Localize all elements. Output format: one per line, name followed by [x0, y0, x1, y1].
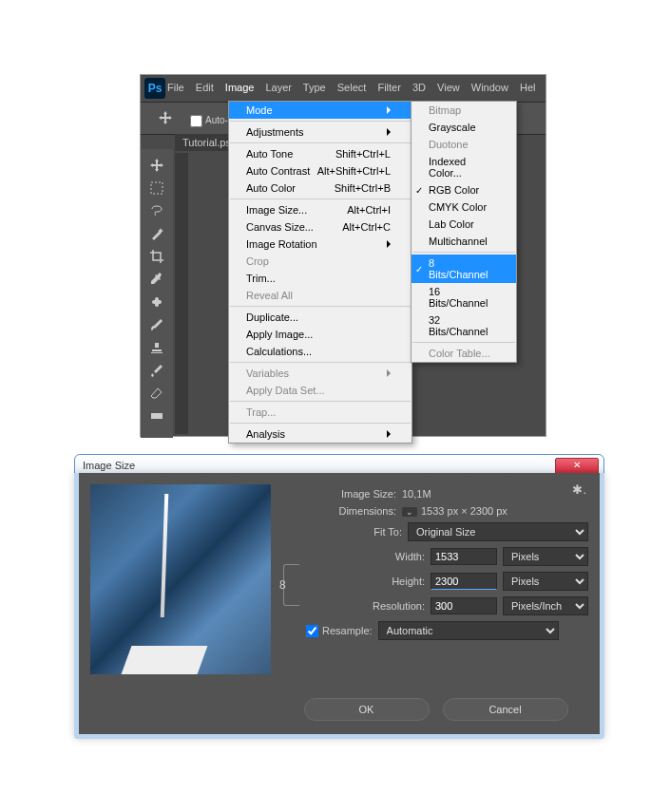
ruler	[175, 153, 188, 434]
grayscale-item[interactable]: Grayscale	[412, 119, 516, 136]
menu-select[interactable]: Select	[337, 82, 367, 93]
menu-filter[interactable]: Filter	[377, 82, 400, 93]
svg-rect-3	[151, 413, 163, 419]
mode-submenu: Bitmap Grayscale Duotone Indexed Color..…	[411, 101, 517, 363]
trap-item: Trap...	[229, 404, 412, 421]
indexed-item[interactable]: Indexed Color...	[412, 153, 516, 181]
form-area: Image Size:10,1M Dimensions:⌄1533 px × 2…	[283, 482, 588, 646]
reveal-all-item: Reveal All	[229, 287, 412, 304]
resample-select[interactable]: Automatic	[378, 621, 559, 640]
menu-3d[interactable]: 3D	[412, 82, 426, 93]
fit-to-select[interactable]: Original Size	[408, 522, 588, 541]
cmyk-item[interactable]: CMYK Color	[412, 198, 516, 216]
auto-select-checkbox[interactable]	[190, 115, 202, 127]
gradient-tool[interactable]	[144, 406, 169, 426]
height-label: Height:	[392, 576, 425, 587]
color-table-item: Color Table...	[412, 345, 516, 362]
link-icon[interactable]	[283, 564, 299, 606]
duotone-item: Duotone	[412, 136, 516, 153]
dimensions-label: Dimensions:	[338, 505, 396, 517]
menu-file[interactable]: File	[167, 82, 184, 93]
adjustments-item[interactable]: Adjustments	[229, 123, 412, 141]
bitmap-item: Bitmap	[412, 102, 516, 119]
menu-window[interactable]: Window	[471, 82, 508, 93]
history-brush-tool[interactable]	[144, 360, 169, 381]
image-menu-dropdown: Mode Adjustments Auto ToneShift+Ctrl+L A…	[228, 101, 412, 444]
lab-item[interactable]: Lab Color	[412, 216, 516, 233]
dimensions-value: ⌄1533 px × 2300 px	[402, 505, 588, 517]
auto-contrast-item[interactable]: Auto ContrastAlt+Shift+Ctrl+L	[229, 162, 412, 179]
height-input[interactable]	[431, 573, 497, 590]
chevron-down-icon[interactable]: ⌄	[402, 507, 417, 517]
resample-label: Resample:	[322, 625, 373, 636]
resolution-input[interactable]	[431, 597, 497, 614]
image-preview	[90, 484, 271, 674]
width-unit-select[interactable]: Pixels	[503, 547, 588, 566]
resolution-label: Resolution:	[373, 600, 425, 612]
width-label: Width:	[395, 551, 425, 562]
rgb-item[interactable]: RGB Color	[412, 181, 516, 198]
eraser-tool[interactable]	[144, 383, 169, 404]
image-rotation-item[interactable]: Image Rotation	[229, 236, 412, 253]
image-size-dialog: ✱. Image Size:10,1M Dimensions:⌄1533 px …	[74, 473, 604, 739]
healing-tool[interactable]	[144, 292, 169, 312]
8bit-item[interactable]: 8 Bits/Channel	[412, 255, 516, 283]
resample-checkbox[interactable]	[306, 625, 318, 637]
submenu-arrow-icon	[387, 128, 391, 136]
dialog-buttons: OK Cancel	[283, 698, 588, 721]
variables-item: Variables	[229, 365, 412, 382]
eyedropper-tool[interactable]	[144, 269, 169, 290]
photoshop-window: Ps File Edit Image Layer Type Select Fil…	[140, 74, 546, 437]
menu-type[interactable]: Type	[303, 82, 326, 93]
height-unit-select[interactable]: Pixels	[503, 572, 588, 591]
apply-image-item[interactable]: Apply Image...	[229, 326, 412, 343]
image-size-label: Image Size:	[341, 488, 396, 500]
trim-item[interactable]: Trim...	[229, 270, 412, 287]
16bit-item[interactable]: 16 Bits/Channel	[412, 283, 516, 312]
svg-rect-2	[155, 297, 159, 307]
image-size-item[interactable]: Image Size...Alt+Ctrl+I	[229, 201, 412, 218]
multichannel-item[interactable]: Multichannel	[412, 233, 516, 250]
cancel-button[interactable]: Cancel	[443, 698, 568, 721]
brush-tool[interactable]	[144, 314, 169, 335]
lasso-tool[interactable]	[144, 200, 169, 221]
analysis-item[interactable]: Analysis	[229, 425, 412, 443]
tools-panel	[141, 149, 173, 438]
move-tool[interactable]	[144, 155, 169, 176]
duplicate-item[interactable]: Duplicate...	[229, 309, 412, 326]
submenu-arrow-icon	[387, 240, 391, 248]
submenu-arrow-icon	[387, 430, 391, 438]
menu-image[interactable]: Image	[225, 82, 255, 93]
menu-edit[interactable]: Edit	[196, 82, 214, 93]
marquee-tool[interactable]	[144, 178, 169, 198]
stamp-tool[interactable]	[144, 337, 169, 358]
ps-logo: Ps	[144, 78, 165, 99]
crop-item: Crop	[229, 253, 412, 270]
dialog-title: Image Size	[83, 460, 135, 471]
svg-rect-0	[151, 182, 163, 194]
width-input[interactable]	[431, 548, 497, 565]
menu-layer[interactable]: Layer	[265, 82, 292, 93]
fit-to-label: Fit To:	[373, 526, 402, 538]
menubar: File Edit Image Layer Type Select Filter…	[167, 82, 544, 93]
image-size-value: 10,1M	[402, 488, 588, 500]
menu-view[interactable]: View	[437, 82, 460, 93]
wand-tool[interactable]	[144, 223, 169, 244]
crop-tool[interactable]	[144, 246, 169, 267]
resolution-unit-select[interactable]: Pixels/Inch	[503, 596, 588, 615]
calculations-item[interactable]: Calculations...	[229, 343, 412, 360]
apply-data-set-item: Apply Data Set...	[229, 382, 412, 399]
mode-item[interactable]: Mode	[229, 102, 412, 119]
canvas-size-item[interactable]: Canvas Size...Alt+Ctrl+C	[229, 218, 412, 236]
menu-help[interactable]: Hel	[520, 82, 536, 93]
submenu-arrow-icon	[387, 369, 391, 377]
auto-tone-item[interactable]: Auto ToneShift+Ctrl+L	[229, 145, 412, 162]
auto-select-option[interactable]: Auto-S	[186, 112, 235, 130]
32bit-item[interactable]: 32 Bits/Channel	[412, 312, 516, 340]
ok-button[interactable]: OK	[304, 698, 430, 721]
submenu-arrow-icon	[387, 106, 391, 114]
auto-color-item[interactable]: Auto ColorShift+Ctrl+B	[229, 179, 412, 197]
move-tool-icon	[158, 110, 173, 125]
